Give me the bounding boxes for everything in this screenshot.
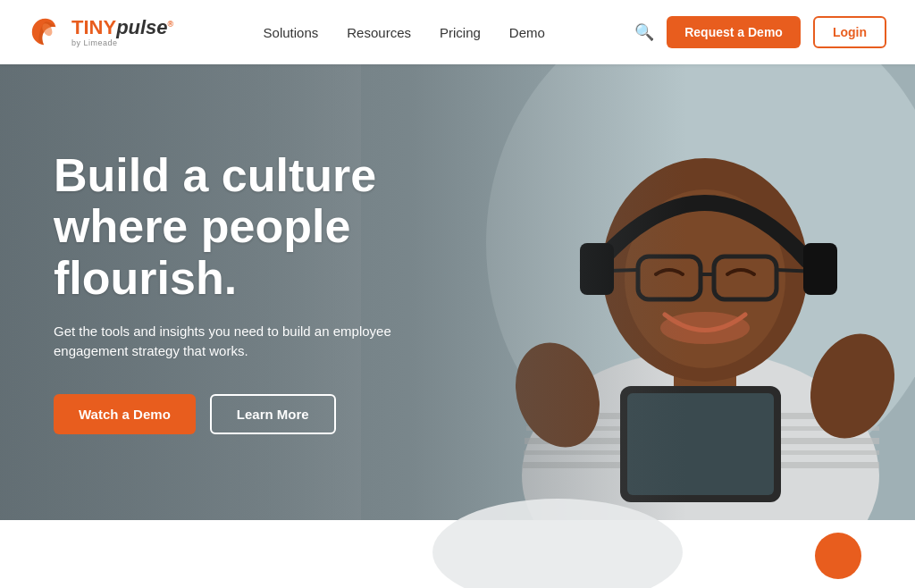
deco-orange-circle xyxy=(815,533,861,579)
hero-section: Build a culture where people flourish. G… xyxy=(0,64,915,520)
nav-links: Solutions Resources Pricing Demo xyxy=(264,25,545,40)
hero-content: Build a culture where people flourish. G… xyxy=(0,64,503,520)
login-button[interactable]: Login xyxy=(813,16,886,48)
brand-tiny: TINY xyxy=(71,16,116,38)
logo-icon xyxy=(29,15,63,49)
hero-buttons: Watch a Demo Learn More xyxy=(54,394,449,434)
learn-more-button[interactable]: Learn More xyxy=(210,394,336,434)
request-demo-button[interactable]: Request a Demo xyxy=(667,16,801,48)
watch-demo-button[interactable]: Watch a Demo xyxy=(54,394,196,434)
hero-subtext: Get the tools and insights you need to b… xyxy=(54,322,449,362)
below-hero xyxy=(0,520,915,588)
logo-text: TINYpulse® by Limeade xyxy=(71,18,173,47)
hero-headline: Build a culture where people flourish. xyxy=(54,150,449,304)
brand-tagline: by Limeade xyxy=(71,39,173,47)
nav-solutions[interactable]: Solutions xyxy=(264,25,319,40)
navbar: TINYpulse® by Limeade Solutions Resource… xyxy=(0,0,915,64)
nav-actions: 🔍 Request a Demo Login xyxy=(634,16,886,48)
nav-pricing[interactable]: Pricing xyxy=(440,25,481,40)
search-icon[interactable]: 🔍 xyxy=(634,22,654,42)
logo[interactable]: TINYpulse® by Limeade xyxy=(29,15,173,49)
brand-pulse: pulse xyxy=(116,16,167,38)
nav-demo[interactable]: Demo xyxy=(509,25,545,40)
nav-resources[interactable]: Resources xyxy=(347,25,411,40)
